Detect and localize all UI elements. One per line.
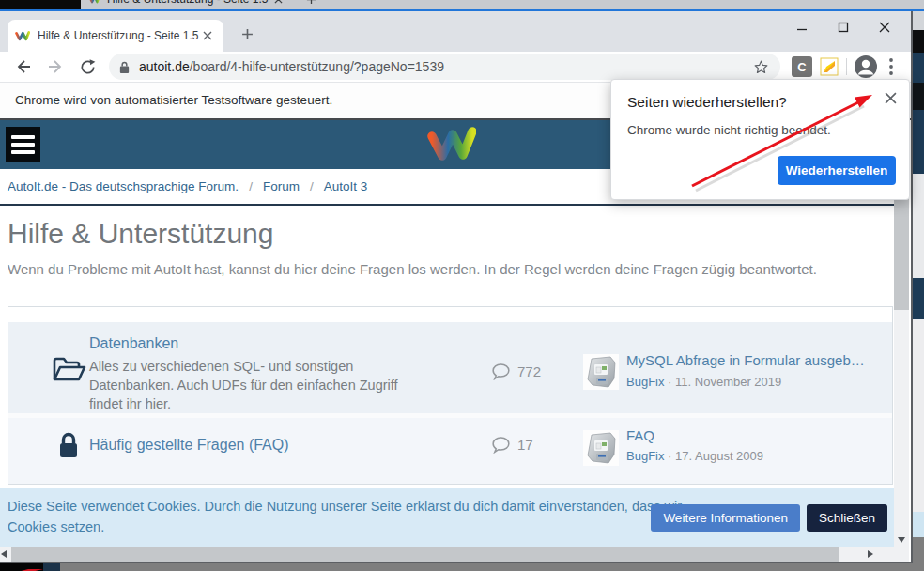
- toolbar-separator: [846, 58, 847, 75]
- background-window-top-strip: Hilfe & Unterstützung - Seite 1.5: [0, 0, 924, 9]
- url-path: /board/4-hilfe-unterstützung/?pageNo=153…: [190, 59, 444, 74]
- scroll-down-arrow[interactable]: [898, 537, 905, 543]
- background-window-bottom-navy: [43, 563, 60, 571]
- cookie-banner: Diese Seite verwendet Cookies. Durch die…: [0, 488, 894, 547]
- restore-pages-popup: Seiten wiederherstellen? Chrome wurde ni…: [610, 79, 910, 200]
- scroll-right-arrow[interactable]: [868, 550, 873, 558]
- close-icon: [879, 22, 890, 33]
- last-post-date: 17. August 2009: [675, 449, 763, 463]
- popup-close-button[interactable]: [881, 88, 900, 107]
- minimize-icon: [796, 22, 808, 33]
- reload-icon: [79, 58, 97, 76]
- last-post-author-link[interactable]: BugFix: [626, 449, 664, 463]
- popup-title: Seiten wiederherstellen?: [627, 94, 787, 111]
- tab-favicon-icon: [15, 29, 30, 43]
- maximize-icon: [838, 22, 849, 33]
- last-post-title-link[interactable]: FAQ: [626, 427, 654, 443]
- avatar-icon: [854, 54, 878, 79]
- last-post-avatar[interactable]: [583, 430, 619, 466]
- breadcrumb-separator: /: [249, 179, 253, 193]
- scroll-left-arrow[interactable]: [1, 550, 7, 558]
- page-title: Hilfe & Unterstützung: [8, 218, 273, 250]
- maximize-button[interactable]: [823, 13, 864, 41]
- breadcrumb-home-link[interactable]: AutoIt.de - Das deutschsprachige Forum.: [8, 179, 239, 193]
- last-post-avatar[interactable]: [583, 354, 619, 390]
- byline-separator: ·: [668, 449, 671, 463]
- comment-bubble-icon: [491, 436, 511, 454]
- site-logo[interactable]: [427, 125, 476, 168]
- menu-button[interactable]: [879, 54, 903, 79]
- replies-number: 772: [517, 363, 541, 379]
- close-icon: [203, 31, 212, 40]
- screenshot-root: Hilfe & Unterstützung - Seite 1.5 Hilfe …: [0, 0, 924, 571]
- url-text: autoit.de/board/4-hilfe-unterstützung/?p…: [139, 59, 444, 74]
- breadcrumb-autoit3-link[interactable]: AutoIt 3: [324, 179, 368, 193]
- lightning-icon: [820, 57, 839, 76]
- three-dots-icon: [889, 58, 893, 75]
- lock-icon[interactable]: [118, 60, 131, 74]
- last-post-date: 11. November 2019: [675, 375, 781, 389]
- board-row-datenbanken: Datenbanken Alles zu verschiedenen SQL- …: [8, 322, 892, 413]
- tab-close-button[interactable]: [199, 27, 216, 44]
- last-post-author-link[interactable]: BugFix: [626, 375, 664, 389]
- background-window-bottom-strip: [0, 563, 43, 571]
- replies-count: 17: [491, 436, 533, 454]
- new-tab-button[interactable]: [235, 22, 259, 46]
- star-icon: [753, 59, 769, 75]
- background-tab-close-icon: [274, 0, 283, 4]
- board-list: Datenbanken Alles zu verschiedenen SQL- …: [8, 306, 893, 485]
- restore-button[interactable]: Wiederherstellen: [778, 156, 896, 185]
- avatar-image: [583, 354, 619, 390]
- extension-c-button[interactable]: C: [792, 56, 812, 77]
- background-tab-favicon-icon: [88, 0, 100, 6]
- replies-count: 772: [491, 363, 541, 380]
- board-title-link[interactable]: Datenbanken: [89, 335, 178, 352]
- hamburger-menu-button[interactable]: [6, 127, 40, 162]
- background-window-black-area: [0, 0, 81, 9]
- board-title-link[interactable]: Häufig gestellte Fragen (FAQ): [89, 437, 289, 454]
- background-window-right-sliver: [913, 9, 924, 571]
- cookie-close-button[interactable]: Schließen: [807, 504, 887, 532]
- breadcrumb-forum-link[interactable]: Forum: [263, 179, 300, 193]
- background-tab-title: Hilfe & Unterstützung - Seite 1.5: [107, 0, 268, 6]
- replies-number: 17: [517, 437, 533, 453]
- background-new-tab-icon: [306, 0, 316, 5]
- horizontal-scrollbar[interactable]: [0, 547, 894, 562]
- cookie-info-button[interactable]: Weitere Informationen: [651, 504, 800, 532]
- last-post-title-link[interactable]: MySQL Abfrage in Formular ausgeb…: [626, 352, 865, 368]
- board-description: Alles zu verschiedenen SQL- und sonstige…: [89, 357, 427, 413]
- extension-bolt-button[interactable]: [818, 55, 840, 78]
- plus-icon: [241, 28, 254, 40]
- lock-icon: [57, 432, 80, 459]
- url-domain: autoit.de: [139, 59, 190, 74]
- browser-tab[interactable]: Hilfe & Unterstützung - Seite 1.5: [8, 20, 223, 52]
- board-row-faq: Häufig gestellte Fragen (FAQ) 17 FAQ Bug…: [8, 418, 892, 484]
- reload-button[interactable]: [74, 54, 100, 80]
- background-tab: Hilfe & Unterstützung - Seite 1.5: [88, 0, 316, 9]
- close-icon: [885, 92, 897, 104]
- close-window-button[interactable]: [864, 13, 905, 41]
- forward-button[interactable]: [42, 54, 69, 80]
- back-arrow-icon: [14, 57, 33, 76]
- avatar-image: [583, 430, 619, 466]
- window-controls: [781, 13, 905, 41]
- folder-open-icon: [52, 356, 87, 384]
- breadcrumb-separator: /: [310, 179, 314, 193]
- cookie-text: Diese Seite verwendet Cookies. Durch die…: [8, 496, 685, 537]
- comment-bubble-icon: [491, 363, 511, 380]
- minimize-button[interactable]: [781, 13, 823, 41]
- autoit-logo-icon: [427, 125, 476, 164]
- popup-body: Chrome wurde nicht richtig beendet.: [627, 123, 831, 137]
- scrollbar-corner: [894, 547, 909, 562]
- tab-strip: Hilfe & Unterstützung - Seite 1.5: [0, 11, 911, 52]
- back-button[interactable]: [10, 54, 37, 80]
- profile-button[interactable]: [853, 54, 879, 80]
- page-subtitle: Wenn du Probleme mit AutoIt hast, kannst…: [8, 261, 817, 277]
- last-post-byline: BugFix · 11. November 2019: [626, 375, 781, 389]
- horizontal-scrollbar-thumb[interactable]: [11, 547, 839, 562]
- address-bar[interactable]: autoit.de/board/4-hilfe-unterstützung/?p…: [109, 54, 780, 80]
- forward-arrow-icon: [46, 57, 65, 76]
- last-post-byline: BugFix · 17. August 2009: [626, 449, 763, 463]
- byline-separator: ·: [668, 375, 671, 389]
- bookmark-star-button[interactable]: [750, 56, 771, 77]
